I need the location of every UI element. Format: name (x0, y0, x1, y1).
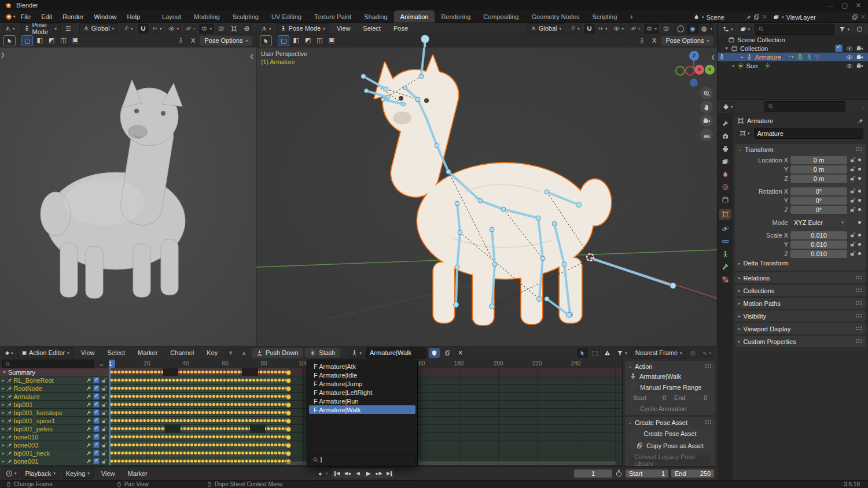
motion-paths-panel-header[interactable]: ▸Motion Paths (735, 298, 866, 309)
dropdown-item-leftright[interactable]: F Armature|LeftRight (309, 388, 415, 397)
channel-row[interactable]: ▸ bip001_neck (0, 449, 109, 457)
tab-object-data[interactable] (722, 250, 729, 258)
pin-icon[interactable] (6, 418, 12, 424)
channel-enable-checkbox[interactable] (93, 385, 100, 391)
loc-z-field[interactable]: 0 m (790, 175, 847, 183)
outliner-display-mode[interactable]: ▾ (720, 24, 735, 34)
gizmo-neg-x-axis[interactable] (685, 66, 695, 76)
tab-shading[interactable]: Shading (358, 10, 393, 23)
gizmos-dropdown[interactable]: ▾ (628, 24, 643, 34)
mode-selector[interactable]: Pose Mode▾ (20, 23, 61, 34)
channel-search-input[interactable] (2, 360, 94, 368)
editor-type-button[interactable]: ◆▾ (3, 348, 15, 358)
animate-dot[interactable] (858, 177, 861, 180)
menu-view[interactable]: View (96, 467, 120, 480)
visibility-panel-header[interactable]: ▸Visibility (735, 310, 866, 321)
new-viewlayer-icon[interactable] (852, 14, 858, 20)
editor-type-button[interactable]: ▾ (2, 24, 17, 34)
gizmos-dropdown[interactable]: ▾ (183, 24, 198, 34)
shading-material-button[interactable]: ◍ (699, 24, 709, 34)
select-mode-new[interactable]: ▢ (21, 35, 33, 46)
menu-marker[interactable]: Marker (122, 467, 152, 480)
fake-user-shield-button[interactable] (429, 348, 440, 358)
tab-texture-paint[interactable]: Texture Paint (308, 10, 358, 23)
scale-y-field[interactable]: 0.010 (790, 241, 847, 249)
lock-icon[interactable] (101, 442, 107, 448)
animate-dot[interactable] (858, 168, 861, 171)
select-mode-intersect[interactable]: ▣ (326, 35, 337, 45)
panel-grip-icon[interactable] (705, 420, 712, 425)
panel-grip-icon[interactable] (855, 301, 862, 306)
menu-edit[interactable]: Edit (36, 10, 57, 23)
outliner-filter-dropdown[interactable]: ▾ (837, 24, 852, 34)
channel-row-summary[interactable]: ▼ Summary (0, 368, 109, 376)
tab-animation[interactable]: Animation (394, 10, 435, 23)
shading-solid-button[interactable]: ◉ (687, 24, 698, 34)
tab-layout[interactable]: Layout (156, 10, 187, 23)
channel-enable-checkbox[interactable] (93, 442, 100, 448)
outliner-filter-type[interactable]: ▾ (738, 24, 753, 34)
tab-view-layer[interactable] (722, 158, 729, 165)
viewport-right-canvas[interactable] (256, 47, 718, 346)
create-pose-asset-header[interactable]: ⌄Create Pose Asset (625, 417, 715, 428)
lock-icon[interactable] (849, 250, 856, 257)
panel-grip-icon[interactable] (855, 275, 862, 280)
loc-y-field[interactable]: 0 m (790, 165, 847, 173)
gizmo-y-axis[interactable]: Y (705, 65, 715, 75)
lock-icon[interactable] (849, 175, 856, 182)
camera-view-button[interactable] (700, 114, 713, 127)
snap-mode-selector[interactable]: Nearest Frame▾ (631, 347, 686, 358)
channel-enable-checkbox[interactable] (93, 434, 100, 440)
animate-dot[interactable] (858, 252, 861, 255)
channel-enable-checkbox[interactable] (93, 409, 100, 416)
tab-rendering[interactable]: Rendering (435, 10, 477, 23)
select-mode-subtract[interactable]: ◩ (46, 35, 57, 45)
new-collection-button[interactable] (854, 24, 865, 34)
animate-dot[interactable] (858, 158, 861, 161)
menu-select[interactable]: Select (102, 346, 131, 359)
proportional-edit-icon[interactable]: ◎ (688, 348, 698, 358)
lock-icon[interactable] (101, 426, 107, 432)
lock-icon[interactable] (101, 410, 107, 416)
pan-hand-button[interactable] (700, 101, 713, 113)
viewlayer-selector[interactable]: ▾ ViewLayer ✕ (770, 12, 868, 23)
pin-icon[interactable] (6, 459, 12, 464)
dropdown-item-walk[interactable]: F Armature|Walk (309, 405, 415, 414)
expand-icon[interactable]: ▸ (741, 55, 744, 59)
viewport-left[interactable]: ▾ Pose Mode▾ ☰ Global▾ ▾ ⊦⊦▾ ▾ ▾ ▾ (0, 23, 256, 346)
pin-icon[interactable] (6, 450, 12, 456)
current-frame-field[interactable]: 1 (574, 469, 612, 478)
tab-output[interactable] (722, 145, 729, 153)
pivot-point-button[interactable]: ▾ (567, 24, 582, 34)
tab-physics[interactable] (722, 225, 729, 232)
visibility-dropdown[interactable]: ▾ (611, 24, 626, 34)
sidebar-expand-arrow[interactable]: ❮ (711, 54, 715, 60)
mirror-x-toggle[interactable]: X (189, 36, 197, 46)
panel-grip-icon[interactable] (855, 326, 862, 331)
modifier-wrench-icon[interactable] (86, 418, 91, 424)
tab-modeling[interactable]: Modeling (187, 10, 226, 23)
active-tool-select-box[interactable] (3, 35, 16, 46)
dropdown-search-input[interactable] (309, 454, 415, 464)
channel-row[interactable]: ▸ RL_BoneRoot (0, 376, 109, 385)
menu-key[interactable]: Key (201, 346, 223, 359)
menu-view[interactable]: View (332, 23, 356, 34)
keying-set-caret[interactable]: ▾ (326, 471, 328, 475)
channel-row[interactable]: ▸ bone010 (0, 433, 109, 441)
lock-icon[interactable] (101, 434, 107, 440)
channel-row[interactable]: ▸ bip001_footsteps (0, 409, 109, 417)
play-reverse-button[interactable]: ◀ (353, 469, 363, 478)
lock-icon[interactable] (849, 157, 856, 163)
expand-icon[interactable]: ▼ (724, 46, 729, 50)
play-button[interactable]: ▶ (363, 469, 373, 478)
select-mode-extend[interactable]: ◧ (290, 35, 301, 45)
tab-geometry-nodes[interactable]: Geometry Nodes (525, 10, 586, 23)
lock-icon[interactable] (101, 402, 107, 408)
lock-icon[interactable] (849, 241, 856, 247)
dropdown-item-idle[interactable]: F Armature|Idle (309, 371, 415, 379)
convert-legacy-pose-library-button[interactable]: Convert Legacy Pose Library (630, 455, 711, 465)
maximize-icon[interactable]: ▢ (841, 2, 847, 9)
menu-window[interactable]: Window (89, 10, 122, 23)
action-name-field[interactable]: Armature|Walk (366, 347, 426, 358)
channel-enable-checkbox[interactable] (93, 450, 100, 456)
